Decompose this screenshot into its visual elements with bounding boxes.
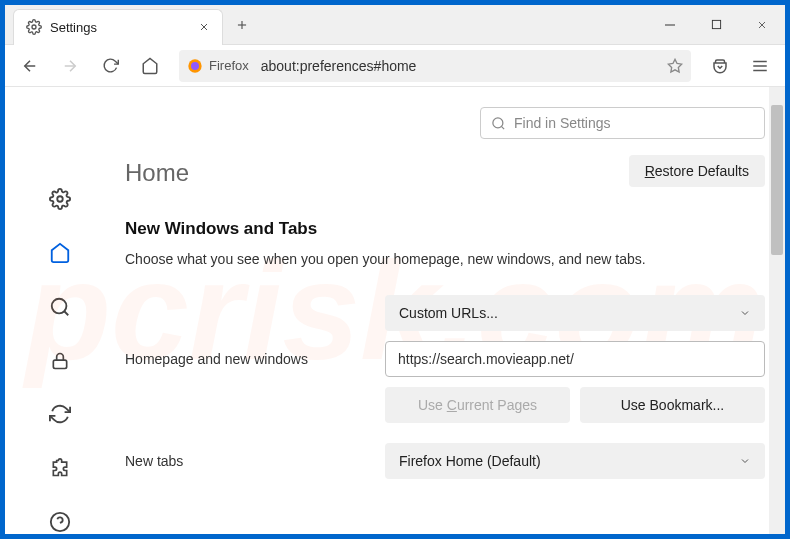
forward-button[interactable] bbox=[53, 49, 87, 83]
use-current-pages-button[interactable]: Use Current Pages bbox=[385, 387, 570, 423]
address-bar[interactable]: Firefox about:preferences#home bbox=[179, 50, 691, 82]
pocket-button[interactable] bbox=[703, 49, 737, 83]
svg-line-19 bbox=[64, 311, 68, 315]
svg-rect-6 bbox=[712, 20, 720, 28]
restore-defaults-button[interactable]: Restore Defaults bbox=[629, 155, 765, 187]
newtabs-row: New tabs Firefox Home (Default) bbox=[125, 443, 765, 479]
svg-marker-13 bbox=[668, 59, 681, 72]
content-area: pcrisk.com bbox=[5, 87, 785, 534]
search-icon bbox=[491, 116, 506, 131]
use-bookmark-button[interactable]: Use Bookmark... bbox=[580, 387, 765, 423]
toolbar: Firefox about:preferences#home bbox=[5, 45, 785, 87]
section-title: New Windows and Tabs bbox=[125, 219, 765, 239]
maximize-button[interactable] bbox=[693, 5, 739, 45]
newtabs-dropdown[interactable]: Firefox Home (Default) bbox=[385, 443, 765, 479]
tab-close-icon[interactable] bbox=[198, 21, 210, 33]
svg-point-18 bbox=[52, 298, 67, 313]
scrollbar[interactable] bbox=[769, 87, 785, 534]
sidebar-extensions[interactable] bbox=[42, 456, 78, 480]
sidebar-general[interactable] bbox=[42, 187, 78, 211]
homepage-dropdown-value: Custom URLs... bbox=[399, 305, 498, 321]
close-button[interactable] bbox=[739, 5, 785, 45]
bookmark-star-icon[interactable] bbox=[667, 58, 683, 74]
sidebar-sync[interactable] bbox=[42, 402, 78, 426]
settings-sidebar bbox=[5, 87, 115, 534]
newtabs-label: New tabs bbox=[125, 453, 385, 469]
svg-rect-20 bbox=[53, 360, 66, 368]
url-text: about:preferences#home bbox=[261, 58, 667, 74]
menu-button[interactable] bbox=[743, 49, 777, 83]
sidebar-help[interactable] bbox=[42, 510, 78, 534]
tab-title: Settings bbox=[50, 20, 198, 35]
homepage-row: Homepage and new windows Custom URLs... … bbox=[125, 295, 765, 423]
home-button[interactable] bbox=[133, 49, 167, 83]
refresh-button[interactable] bbox=[93, 49, 127, 83]
section-description: Choose what you see when you open your h… bbox=[125, 251, 765, 267]
svg-point-23 bbox=[493, 117, 503, 127]
settings-search-input[interactable]: Find in Settings bbox=[480, 107, 765, 139]
svg-line-24 bbox=[501, 126, 504, 129]
sidebar-privacy[interactable] bbox=[42, 349, 78, 373]
browser-window: Settings Firefo bbox=[5, 5, 785, 534]
homepage-url-input[interactable] bbox=[385, 341, 765, 377]
chevron-down-icon bbox=[739, 455, 751, 467]
scrollbar-thumb[interactable] bbox=[771, 105, 783, 255]
back-button[interactable] bbox=[13, 49, 47, 83]
newtabs-dropdown-value: Firefox Home (Default) bbox=[399, 453, 541, 469]
chevron-down-icon bbox=[739, 307, 751, 319]
sidebar-search[interactable] bbox=[42, 295, 78, 319]
firefox-brand: Firefox bbox=[187, 58, 249, 74]
svg-point-12 bbox=[191, 62, 199, 70]
firefox-icon bbox=[187, 58, 203, 74]
homepage-label: Homepage and new windows bbox=[125, 351, 385, 367]
new-tab-button[interactable] bbox=[235, 18, 249, 32]
homepage-dropdown[interactable]: Custom URLs... bbox=[385, 295, 765, 331]
settings-main: Find in Settings Restore Defaults Home N… bbox=[115, 87, 785, 534]
browser-tab[interactable]: Settings bbox=[13, 9, 223, 45]
svg-point-17 bbox=[57, 196, 63, 202]
sidebar-home[interactable] bbox=[42, 241, 78, 265]
gear-icon bbox=[26, 19, 42, 35]
search-placeholder: Find in Settings bbox=[514, 115, 611, 131]
titlebar: Settings bbox=[5, 5, 785, 45]
svg-point-0 bbox=[32, 25, 36, 29]
minimize-button[interactable] bbox=[647, 5, 693, 45]
firefox-label: Firefox bbox=[209, 58, 249, 73]
window-controls bbox=[647, 5, 785, 45]
